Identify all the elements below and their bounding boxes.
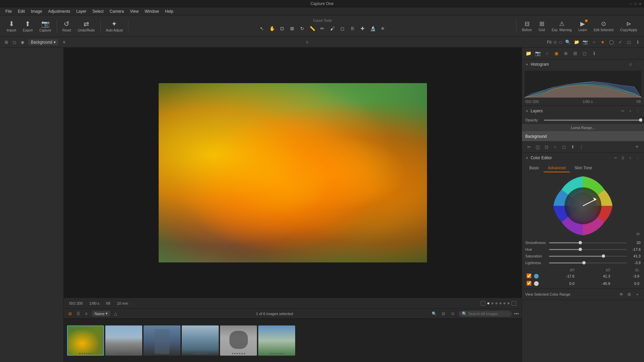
cursor-brush-icon[interactable]: 🖌 bbox=[328, 24, 337, 33]
tab-skin-tone[interactable]: Skin Tone bbox=[571, 164, 596, 172]
menu-camera[interactable]: Camera bbox=[107, 8, 127, 14]
color-row-2-checkbox[interactable] bbox=[527, 281, 531, 286]
export-button[interactable]: ⬆ Export bbox=[20, 18, 35, 34]
layer-circle2-icon[interactable]: ○ bbox=[551, 143, 559, 150]
filmstrip-search-icon[interactable]: 🔍 bbox=[430, 310, 438, 317]
layers-action-more[interactable]: ⋮ bbox=[635, 108, 641, 114]
menu-edit[interactable]: Edit bbox=[15, 8, 28, 14]
hue-slider[interactable] bbox=[549, 249, 627, 250]
win-max[interactable]: □ bbox=[634, 2, 637, 6]
hue-thumb[interactable] bbox=[579, 248, 582, 251]
histogram-action-1[interactable]: ⊙ bbox=[627, 61, 633, 67]
rp-color-icon[interactable]: ◉ bbox=[552, 49, 561, 58]
cursor-pen-icon[interactable]: ✏ bbox=[318, 24, 327, 33]
filmstrip-list-icon[interactable]: ☰ bbox=[74, 310, 82, 317]
window-controls[interactable]: − □ × bbox=[629, 2, 641, 6]
menu-help[interactable]: Help bbox=[162, 8, 176, 14]
filmstrip-more-button[interactable]: ••• bbox=[514, 311, 519, 316]
lightness-slider[interactable] bbox=[549, 262, 627, 263]
cursor-crop-icon[interactable]: ⊡ bbox=[277, 24, 287, 33]
star-icon[interactable]: ★ bbox=[599, 39, 606, 46]
menu-adjustments[interactable]: Adjustments bbox=[45, 8, 73, 14]
thumb-1[interactable] bbox=[67, 325, 104, 356]
menu-select[interactable]: Select bbox=[90, 8, 106, 14]
camera2-icon[interactable]: 📷 bbox=[582, 39, 589, 46]
filmstrip-filter-icon[interactable]: ⊙ bbox=[449, 310, 457, 317]
reset-button[interactable]: ↺ Reset bbox=[60, 18, 74, 34]
menu-image[interactable]: Image bbox=[28, 8, 45, 14]
cursor-measure-icon[interactable]: 📏 bbox=[308, 24, 317, 33]
ce-action-more[interactable]: ⋮ bbox=[635, 155, 641, 161]
capture-button[interactable]: 📷 Capture bbox=[37, 18, 54, 34]
view-single-icon[interactable]: ◻ bbox=[11, 39, 18, 46]
layer-upload-icon[interactable]: ⬆ bbox=[569, 143, 576, 150]
layer-brush-icon[interactable]: ✏ bbox=[525, 143, 533, 150]
exp-warning-button[interactable]: ⚠ Exp. Warning bbox=[549, 19, 575, 33]
saturation-slider[interactable] bbox=[549, 256, 627, 257]
histogram-header[interactable]: ▼ Histogram ⊙ ⋮ bbox=[522, 59, 644, 69]
filmstrip-detail-icon[interactable]: ≡ bbox=[83, 310, 90, 317]
rp-capture-icon[interactable]: 📷 bbox=[533, 49, 542, 58]
view-dot-2[interactable] bbox=[491, 302, 493, 304]
layers-action-edit[interactable]: ✏ bbox=[620, 108, 626, 114]
opacity-thumb[interactable] bbox=[639, 118, 642, 122]
view-dot-grid[interactable] bbox=[512, 301, 516, 306]
thumb-2[interactable] bbox=[105, 325, 142, 356]
search-input[interactable] bbox=[468, 312, 508, 316]
grid-button[interactable]: ⊞ Grid bbox=[536, 19, 548, 33]
layers-header[interactable]: ▼ Layers ✏ + ⋮ bbox=[522, 106, 644, 116]
filmstrip-grid-icon[interactable]: ⊞ bbox=[66, 310, 74, 317]
add-variant-button[interactable]: + bbox=[60, 39, 68, 46]
thumb-5[interactable] bbox=[220, 325, 257, 356]
color-row-1-checkbox[interactable] bbox=[527, 274, 531, 278]
layer-erase-icon[interactable]: ◻ bbox=[560, 143, 568, 150]
view-dot-5[interactable] bbox=[503, 302, 505, 304]
win-min[interactable]: − bbox=[629, 2, 631, 6]
view-dot-square[interactable] bbox=[481, 301, 485, 306]
rp-check2-icon[interactable]: ◻ bbox=[580, 49, 589, 58]
color-wheel-reset[interactable]: ⟳ bbox=[636, 232, 640, 237]
filmstrip-search-box[interactable]: 🔍 bbox=[459, 311, 512, 317]
sort-asc-button[interactable]: △ bbox=[112, 311, 118, 317]
layer-more2-icon[interactable]: ⋮ bbox=[578, 143, 585, 150]
before-button[interactable]: ⊟ Before bbox=[519, 19, 534, 33]
thumb-3[interactable] bbox=[144, 325, 180, 356]
import-button[interactable]: ⬇ Import bbox=[4, 18, 19, 34]
smoothness-thumb[interactable] bbox=[579, 241, 582, 244]
vcr-eye-icon[interactable]: 👁 bbox=[618, 291, 625, 298]
variant-dropdown[interactable]: Background ▾ bbox=[28, 39, 58, 45]
rp-folder-icon[interactable]: 📁 bbox=[524, 49, 533, 58]
tab-advanced[interactable]: Advanced bbox=[544, 164, 570, 172]
view-dot-6[interactable] bbox=[507, 302, 509, 304]
opacity-slider[interactable] bbox=[544, 120, 641, 121]
rp-info2-icon[interactable]: ℹ bbox=[590, 49, 598, 58]
ellipse-icon[interactable]: ◯ bbox=[608, 39, 615, 46]
layer-gradient-icon[interactable]: ◫ bbox=[534, 143, 541, 150]
ce-action-plus2[interactable]: + bbox=[627, 155, 633, 161]
cursor-eraser-icon[interactable]: ◻ bbox=[338, 24, 347, 33]
menu-layer[interactable]: Layer bbox=[73, 8, 89, 14]
menu-window[interactable]: Window bbox=[142, 8, 162, 14]
folder-icon[interactable]: 📁 bbox=[573, 39, 580, 46]
rp-meta-icon[interactable]: ⊞ bbox=[571, 49, 580, 58]
color-wheel[interactable] bbox=[553, 176, 613, 236]
luma-range-button[interactable]: Luma Range... bbox=[522, 124, 644, 131]
learn-button[interactable]: ▶ Learn bbox=[576, 19, 590, 33]
view-tether-icon[interactable]: ◉ bbox=[19, 39, 26, 46]
smoothness-slider[interactable] bbox=[549, 242, 627, 243]
square-icon[interactable]: ◻ bbox=[625, 39, 633, 46]
saturation-thumb[interactable] bbox=[602, 254, 605, 258]
histogram-action-2[interactable]: ⋮ bbox=[635, 61, 641, 67]
view-dot-3[interactable] bbox=[495, 302, 497, 304]
color-editor-header[interactable]: ▼ Color Editor ✏ ☰ + ⋮ bbox=[522, 153, 644, 163]
background-layer[interactable]: Background bbox=[522, 131, 644, 141]
cursor-rotate-icon[interactable]: ↻ bbox=[298, 24, 307, 33]
view-dot-4[interactable] bbox=[499, 302, 501, 304]
undo-redo-button[interactable]: ⇄ Undo/Redo bbox=[75, 18, 98, 34]
tab-basic[interactable]: Basic bbox=[525, 164, 543, 172]
menu-file[interactable]: File bbox=[3, 8, 14, 14]
rp-lens-icon[interactable]: ⊕ bbox=[561, 49, 570, 58]
auto-adjust-button[interactable]: ✦ Auto Adjust bbox=[103, 18, 126, 34]
cursor-transform-icon[interactable]: ⊠ bbox=[287, 24, 297, 33]
thumb-6[interactable] bbox=[258, 325, 295, 356]
